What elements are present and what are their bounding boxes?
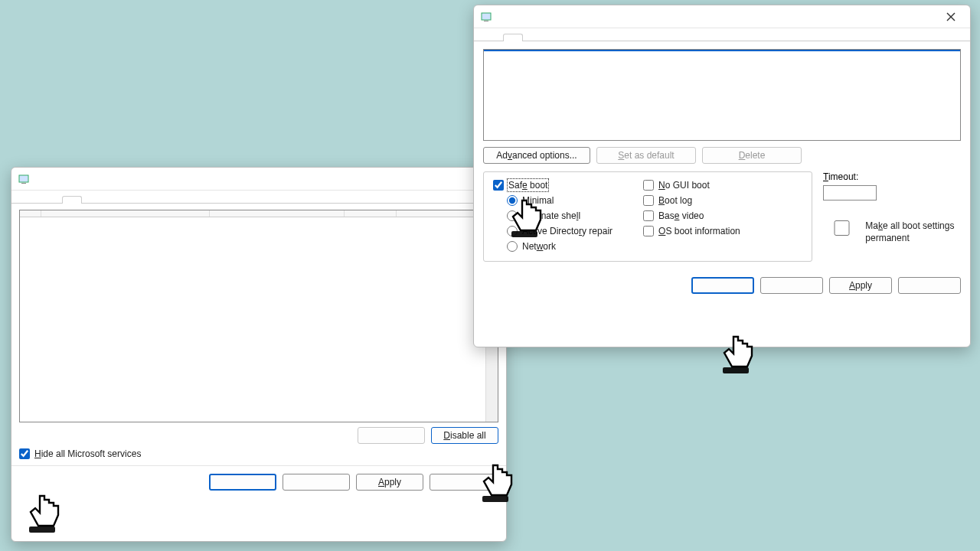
hide-microsoft-input[interactable]: [19, 448, 30, 459]
make-permanent-checkbox[interactable]: Make all boot settings permanent: [823, 220, 961, 244]
cancel-button[interactable]: [760, 277, 823, 294]
tab-startup[interactable]: [83, 196, 103, 204]
network-radio[interactable]: Network: [507, 241, 612, 252]
msconfig-icon: [18, 173, 30, 185]
grid-header: [20, 210, 498, 217]
timeout-input[interactable]: [823, 185, 877, 201]
hide-microsoft-checkbox[interactable]: Hide all Microsoft services: [19, 448, 498, 459]
msconfig-icon: [480, 11, 492, 23]
apply-button[interactable]: Apply: [829, 277, 892, 294]
svg-rect-2: [482, 13, 491, 20]
tab-boot[interactable]: [41, 196, 60, 204]
tab-general[interactable]: [482, 34, 501, 41]
advanced-options-button[interactable]: Advanced options...: [483, 147, 590, 164]
os-boot-info-checkbox[interactable]: OS boot information: [643, 226, 740, 236]
ok-button[interactable]: [691, 277, 754, 294]
cancel-button[interactable]: [283, 474, 350, 491]
help-button[interactable]: [430, 474, 497, 491]
minimal-radio[interactable]: Minimal: [507, 195, 612, 206]
no-gui-boot-checkbox[interactable]: No GUI boot: [643, 180, 740, 191]
tab-tools[interactable]: [567, 34, 587, 41]
safe-boot-checkbox[interactable]: Safe boot: [493, 180, 612, 191]
help-button[interactable]: [898, 277, 961, 294]
tab-boot[interactable]: [503, 34, 523, 41]
services-grid[interactable]: [19, 210, 498, 422]
titlebar: [11, 168, 506, 191]
os-entry[interactable]: [484, 50, 960, 51]
tab-startup[interactable]: [546, 34, 566, 41]
ok-button[interactable]: [209, 474, 276, 491]
tab-services[interactable]: [62, 196, 82, 204]
tab-tools[interactable]: [105, 196, 125, 204]
tab-general[interactable]: [19, 196, 39, 204]
os-listbox[interactable]: [483, 49, 961, 141]
apply-button[interactable]: Apply: [356, 474, 423, 491]
svg-rect-3: [484, 21, 488, 21]
set-default-button: Set as default: [596, 147, 696, 164]
alternate-shell-radio[interactable]: Alternate shell: [507, 210, 612, 221]
tabstrip: [11, 191, 506, 204]
boot-window: Advanced options... Set as default Delet…: [473, 5, 971, 347]
disable-all-button[interactable]: Disable all: [431, 427, 498, 444]
tab-services[interactable]: [524, 34, 544, 41]
tabstrip: [474, 28, 970, 41]
ad-repair-radio[interactable]: Active Directory repair: [507, 226, 612, 236]
base-video-checkbox[interactable]: Base video: [643, 210, 740, 221]
services-window: Disable all Hide all Microsoft services …: [11, 167, 507, 542]
col-date-disabled[interactable]: [397, 210, 481, 217]
close-icon[interactable]: [938, 8, 964, 25]
timeout-label: Timeout:: [823, 171, 961, 182]
boot-log-checkbox[interactable]: Boot log: [643, 195, 740, 206]
titlebar: [474, 5, 970, 28]
svg-rect-0: [19, 175, 28, 182]
col-status[interactable]: [345, 210, 397, 217]
svg-rect-1: [21, 183, 26, 184]
enable-all-button: [358, 427, 425, 444]
col-manufacturer[interactable]: [210, 210, 345, 217]
svg-rect-7: [723, 367, 749, 373]
col-service[interactable]: [41, 210, 210, 217]
delete-button: Delete: [702, 147, 802, 164]
